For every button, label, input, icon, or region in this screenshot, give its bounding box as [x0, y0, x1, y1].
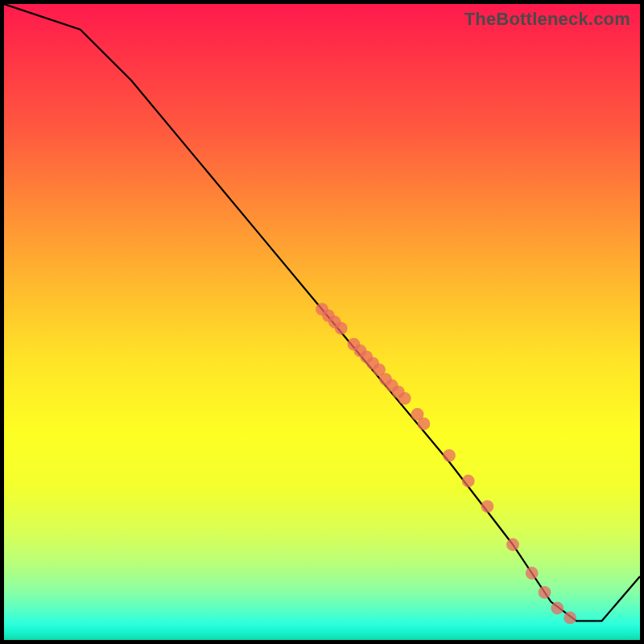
- data-point: [379, 373, 392, 386]
- data-point: [386, 379, 398, 392]
- data-point: [539, 586, 551, 599]
- data-point: [443, 449, 456, 462]
- data-point: [526, 567, 539, 580]
- data-point: [328, 316, 341, 328]
- data-point: [564, 612, 576, 625]
- data-point: [322, 309, 335, 322]
- data-point: [506, 539, 519, 551]
- data-point: [462, 475, 475, 488]
- chart-svg-layer: [4, 4, 640, 640]
- data-point: [411, 408, 424, 421]
- watermark-text: TheBottleneck.com: [464, 9, 630, 30]
- data-point: [418, 418, 431, 431]
- data-point: [366, 357, 379, 370]
- data-point: [551, 602, 564, 615]
- data-point: [354, 345, 367, 357]
- data-point: [392, 386, 405, 398]
- data-point: [373, 363, 386, 376]
- data-point: [481, 500, 494, 513]
- bottleneck-curve: [4, 4, 640, 621]
- data-point: [398, 392, 411, 405]
- chart-plot-area: TheBottleneck.com: [4, 4, 640, 640]
- data-point: [348, 338, 361, 351]
- data-point: [360, 351, 373, 364]
- chart-frame: TheBottleneck.com: [0, 0, 644, 644]
- data-point: [335, 322, 348, 335]
- scatter-points: [316, 303, 576, 624]
- data-point: [316, 303, 328, 316]
